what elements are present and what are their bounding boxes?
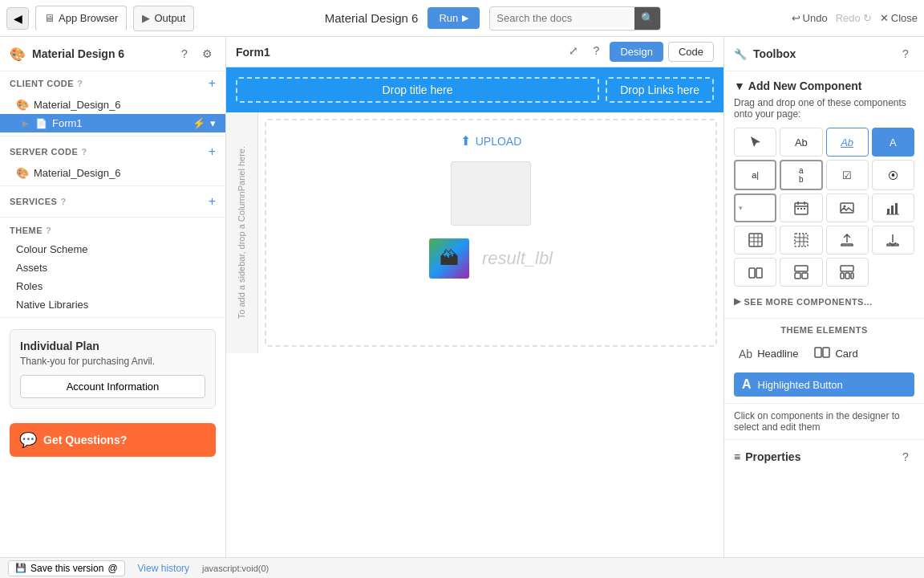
nav-back-button[interactable]: ◀: [6, 7, 29, 30]
cursor-component[interactable]: [734, 128, 776, 157]
image-component[interactable]: [826, 193, 869, 222]
indent-arrow: ▶: [22, 119, 29, 128]
datepicker-component[interactable]: [780, 193, 822, 222]
image-placeholder: [451, 161, 531, 226]
drop-title-box[interactable]: Drop title here: [236, 77, 599, 103]
dropdown-component[interactable]: ▾: [734, 193, 776, 222]
svg-rect-32: [815, 348, 821, 357]
code-button[interactable]: Code: [668, 42, 714, 62]
download-component[interactable]: [872, 226, 914, 254]
col-layout1-component[interactable]: [734, 258, 776, 287]
form1-item[interactable]: ▶ 📄 Form1 ⚡ ▾: [0, 114, 225, 132]
search-input[interactable]: [490, 9, 634, 27]
toolbox-help-button[interactable]: ?: [897, 45, 914, 63]
form-header: Form1 ⤢ ? Design Code: [226, 37, 723, 67]
datagrid-component[interactable]: [734, 226, 776, 254]
colour-scheme-item[interactable]: Colour Scheme: [0, 240, 225, 258]
sidebar-drop-area[interactable]: To add a sidebar, drop a ColumnPanel her…: [226, 112, 258, 353]
undo-button[interactable]: ↩ Undo: [792, 12, 828, 24]
toolbox-title: Toolbox: [753, 47, 890, 60]
svg-rect-2: [797, 208, 799, 210]
svg-rect-13: [749, 234, 762, 246]
properties-section: ≡ Properties ?: [724, 439, 924, 474]
assets-item[interactable]: Assets: [0, 258, 225, 277]
theme-section-header: THEME ?: [0, 221, 225, 240]
upload-component[interactable]: [826, 226, 869, 254]
redo-button[interactable]: Redo ↻: [836, 12, 872, 24]
design-button[interactable]: Design: [610, 42, 663, 62]
left-panel-title: Material Design 6: [32, 47, 169, 60]
see-more-button[interactable]: ▶ SEE MORE COMPONENTS...: [734, 293, 873, 310]
services-add-button[interactable]: +: [209, 194, 216, 209]
colour-scheme-label: Colour Scheme: [16, 243, 216, 255]
canvas-content: To add a sidebar, drop a ColumnPanel her…: [226, 112, 723, 353]
text-component[interactable]: Ab: [780, 128, 822, 157]
output-icon: ▶: [142, 12, 150, 24]
view-history-button[interactable]: View history: [138, 563, 189, 574]
properties-title: Properties: [745, 450, 800, 463]
highlighted-button-element[interactable]: A Highlighted Button: [734, 372, 914, 397]
form-icon: 📄: [35, 118, 47, 129]
server-module-icon: 🎨: [16, 167, 29, 179]
link-component[interactable]: Ab: [826, 128, 869, 157]
help-button[interactable]: ?: [176, 45, 193, 63]
native-libraries-item[interactable]: Native Libraries: [0, 295, 225, 314]
drop-links-box[interactable]: Drop Links here: [606, 77, 714, 103]
client-code-help-icon[interactable]: ?: [77, 79, 83, 88]
search-button[interactable]: 🔍: [634, 6, 660, 31]
server-code-label: SERVER CODE: [10, 147, 78, 157]
svg-rect-29: [841, 273, 844, 279]
topbar-center: Material Design 6 Run ▶ 🔍: [201, 6, 784, 31]
textbox-component[interactable]: a|: [734, 160, 776, 190]
radio-component[interactable]: ⦿: [872, 160, 914, 190]
roles-item[interactable]: Roles: [0, 277, 225, 295]
upload-icon: ⬆: [460, 133, 471, 149]
svg-rect-4: [804, 208, 805, 210]
add-component-title: ▼ Add New Component: [734, 79, 914, 92]
upload-button[interactable]: ⬆ UPLOAD: [460, 133, 522, 149]
multiline-component[interactable]: ab: [780, 160, 822, 190]
toolbox-hint: Click on components in the designer to s…: [724, 403, 924, 439]
save-version-button[interactable]: 💾 Save this version @: [8, 560, 125, 576]
card-element[interactable]: Card: [809, 341, 862, 366]
theme-help-icon[interactable]: ?: [46, 226, 51, 235]
datagrid2-component[interactable]: [780, 226, 822, 254]
col-layout3-component[interactable]: [826, 258, 869, 287]
tab-output[interactable]: ▶ Output: [133, 6, 194, 31]
svg-rect-25: [795, 266, 808, 271]
add-component-title-text: Add New Component: [748, 79, 862, 92]
server-code-help-icon[interactable]: ?: [81, 147, 87, 157]
left-panel-header: 🎨 Material Design 6 ? ⚙: [0, 37, 225, 71]
checkbox-component[interactable]: ☑: [826, 160, 869, 190]
client-code-add-button[interactable]: +: [209, 76, 216, 91]
canvas-container: Drop title here Drop Links here To add a…: [226, 67, 723, 557]
get-questions-box[interactable]: 💬 Get Questions?: [10, 423, 216, 457]
expand-icon[interactable]: ⤢: [565, 42, 582, 59]
svg-rect-24: [756, 268, 762, 278]
account-information-button[interactable]: Account Information: [20, 375, 205, 398]
settings-button[interactable]: ⚙: [198, 45, 216, 63]
run-button[interactable]: Run ▶: [428, 7, 480, 29]
plot-component[interactable]: [872, 193, 914, 222]
headline-element[interactable]: Ab Headline: [734, 344, 803, 364]
close-button[interactable]: ✕ Close: [880, 12, 918, 24]
tab-app-browser[interactable]: 🖥 App Browser: [35, 6, 127, 31]
server-material-item[interactable]: 🎨 Material_Design_6: [0, 164, 225, 182]
js-status: javascript:void(0): [202, 564, 269, 573]
redo-icon: ↻: [863, 12, 872, 24]
button-component[interactable]: A: [872, 128, 914, 157]
plan-desc: Thank-you for purchasing Anvil.: [20, 356, 205, 367]
card-label: Card: [835, 348, 857, 360]
theme-elements-section: THEME ELEMENTS Ab Headline Card: [724, 318, 924, 403]
form-title: Form1: [236, 46, 558, 59]
empty-canvas: [226, 353, 723, 546]
svg-rect-23: [749, 268, 755, 278]
server-code-add-button[interactable]: +: [209, 144, 216, 159]
material-design-6-item[interactable]: 🎨 Material_Design_6: [0, 96, 225, 114]
properties-help-button[interactable]: ?: [897, 448, 914, 466]
theme-label: THEME: [10, 226, 43, 235]
app-title: Material Design 6: [325, 11, 419, 25]
form-help-button[interactable]: ?: [587, 42, 605, 59]
services-help-icon[interactable]: ?: [60, 197, 66, 206]
col-layout2-component[interactable]: [780, 258, 822, 287]
